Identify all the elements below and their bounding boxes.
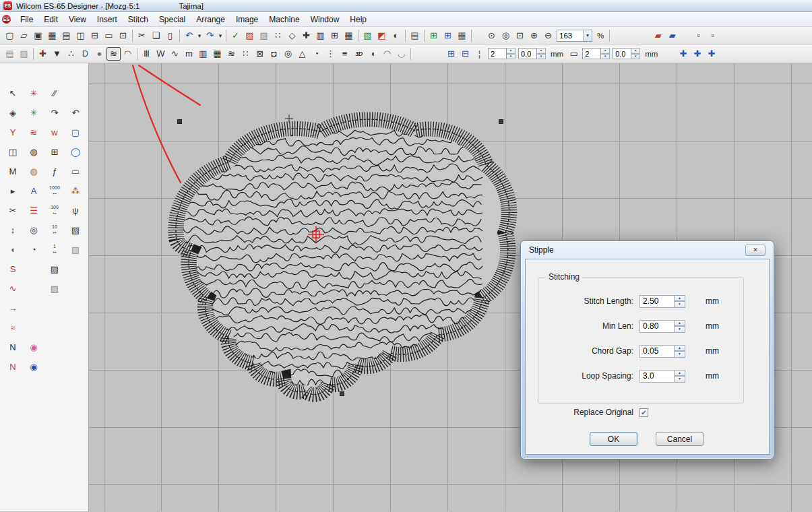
wave-fill-icon[interactable]: ≋ bbox=[224, 47, 239, 61]
stitch-length-down[interactable]: ▼ bbox=[675, 301, 685, 308]
grid-spacing-spinner-up[interactable]: ▲ bbox=[507, 48, 516, 54]
zoom-level-combo-input[interactable] bbox=[557, 32, 583, 40]
zoom-out-icon[interactable]: ⊖ bbox=[541, 29, 555, 42]
guide-spacing-spinner-down[interactable]: ▼ bbox=[601, 54, 610, 60]
applique-icon[interactable]: ◘ bbox=[267, 47, 281, 61]
pan-icon[interactable]: ✚ bbox=[676, 47, 690, 61]
team-names-tool[interactable]: ☰ bbox=[26, 202, 42, 218]
guide-offset-spinner-input[interactable] bbox=[613, 48, 631, 59]
write-to-card-icon[interactable]: ⊡ bbox=[116, 29, 130, 42]
pattern-fill-icon[interactable]: ▦ bbox=[210, 47, 224, 61]
save-design-icon[interactable]: ▣ bbox=[31, 29, 45, 42]
menu-view[interactable]: View bbox=[63, 13, 92, 26]
contour-fill-icon[interactable]: ◎ bbox=[281, 47, 295, 61]
menu-arrange[interactable]: Arrange bbox=[191, 13, 230, 26]
square-shape-tool[interactable]: ▢ bbox=[67, 124, 84, 140]
motif-run-icon[interactable]: m bbox=[182, 47, 196, 61]
menu-insert[interactable]: Insert bbox=[92, 13, 123, 26]
show-grid-icon[interactable]: ⊞ bbox=[444, 47, 458, 61]
new-design-icon[interactable]: ▢ bbox=[3, 29, 17, 42]
undo-icon[interactable]: ↶ bbox=[182, 29, 196, 42]
run-n-tool[interactable]: N bbox=[5, 339, 21, 355]
redo-dropdown-icon[interactable]: ▾ bbox=[217, 29, 224, 42]
star-fill-icon[interactable]: △ bbox=[295, 47, 309, 61]
ruler-icon[interactable]: ▭ bbox=[567, 47, 581, 61]
dot-run-icon[interactable]: ● bbox=[92, 47, 106, 61]
grid-offset-x-spinner-up[interactable]: ▲ bbox=[537, 48, 546, 54]
travel-1-tool[interactable]: 1↔ bbox=[46, 241, 63, 257]
backdrop-hide-icon[interactable]: ▨ bbox=[17, 47, 31, 61]
stipple-run-icon[interactable]: ≋ bbox=[106, 47, 121, 61]
pattern-a-tool[interactable]: ▨ bbox=[46, 261, 63, 277]
fork-tool[interactable]: ψ bbox=[67, 202, 84, 218]
red-hatch-icon[interactable]: ▨ bbox=[243, 29, 257, 42]
outline-lines-icon[interactable]: ≡ bbox=[338, 47, 352, 61]
gray-hatch-icon[interactable]: ▨ bbox=[257, 29, 271, 42]
loop-spacing-input[interactable] bbox=[639, 370, 675, 383]
penetration-icon[interactable]: ▼ bbox=[50, 47, 64, 61]
menu-help[interactable]: Help bbox=[344, 13, 372, 26]
loop-spacing-up[interactable]: ▲ bbox=[675, 370, 685, 377]
travel-100-tool[interactable]: 100↔ bbox=[46, 202, 63, 218]
stitch-direction-tool[interactable]: ↕ bbox=[5, 222, 21, 238]
fur-stitch-tool[interactable]: ◍ bbox=[26, 143, 42, 160]
menu-window[interactable]: Window bbox=[305, 13, 345, 26]
min-len-input[interactable] bbox=[639, 320, 675, 333]
zigzag-stitch-icon[interactable]: W bbox=[154, 47, 168, 61]
dot-fill-icon[interactable]: ∷ bbox=[271, 29, 285, 42]
stitch-bars-icon[interactable]: ▥ bbox=[313, 29, 327, 42]
color-table-icon[interactable]: ⊞ bbox=[441, 29, 455, 42]
cut-object-tool[interactable]: ✂ bbox=[5, 202, 21, 218]
spray-tool[interactable]: ⁂ bbox=[67, 183, 84, 199]
cancel-button[interactable]: Cancel bbox=[656, 432, 704, 446]
mirror-merge-tool[interactable]: M bbox=[5, 163, 21, 179]
replace-original-checkbox[interactable]: ✔ bbox=[639, 408, 648, 417]
pattern-b-tool[interactable]: ▨ bbox=[46, 280, 63, 296]
chord-gap-input[interactable] bbox=[639, 345, 675, 358]
document-logo-icon[interactable]: ES bbox=[2, 15, 11, 24]
overview-table-icon[interactable]: ⊞ bbox=[427, 29, 441, 42]
menu-stitch[interactable]: Stitch bbox=[123, 13, 154, 26]
redo-icon[interactable]: ↷ bbox=[203, 29, 217, 42]
tatami-fill-icon[interactable]: ▥ bbox=[196, 47, 210, 61]
chord-gap-up[interactable]: ▲ bbox=[675, 345, 685, 352]
open-design-icon[interactable]: ▱ bbox=[17, 29, 31, 42]
jump-n-tool[interactable]: N bbox=[5, 358, 21, 375]
cut-icon[interactable]: ✂ bbox=[135, 29, 149, 42]
curve-top-icon[interactable]: ◠ bbox=[380, 47, 394, 61]
ripple-fill-icon[interactable]: ◔ bbox=[309, 47, 323, 61]
insert-object-icon[interactable]: ▫ bbox=[691, 29, 706, 42]
flower-outline-tool[interactable]: ✳ bbox=[26, 104, 42, 121]
copy-icon[interactable]: ❏ bbox=[149, 29, 163, 42]
selection-handle-bottom-center[interactable] bbox=[340, 391, 344, 396]
freehand-tool[interactable]: ƒ bbox=[46, 163, 63, 179]
jump-run-tool[interactable]: → bbox=[5, 300, 21, 316]
thread-colors-icon[interactable]: ▰ bbox=[651, 29, 665, 42]
s-curve-run-tool[interactable]: S bbox=[5, 261, 21, 277]
travel-10-tool[interactable]: 10↔ bbox=[46, 222, 63, 238]
chord-gap-down[interactable]: ▼ bbox=[675, 351, 685, 358]
print-icon[interactable]: ▤ bbox=[59, 29, 73, 42]
satin-stitch-icon[interactable]: Ⅲ bbox=[139, 47, 154, 61]
cross-stitch-icon[interactable]: ⊠ bbox=[253, 47, 267, 61]
rect-shape-tool[interactable]: ▭ bbox=[67, 163, 84, 179]
zigzag-run-tool[interactable]: ∿ bbox=[5, 280, 21, 296]
selection-handle-top-left[interactable] bbox=[177, 119, 182, 124]
export-machine-file-icon[interactable]: ⊟ bbox=[88, 29, 102, 42]
lettering-tool[interactable]: A bbox=[26, 183, 42, 199]
min-len-down[interactable]: ▼ bbox=[675, 326, 685, 333]
outline-design-icon[interactable]: ◠ bbox=[121, 47, 135, 61]
send-email-icon[interactable]: ▭ bbox=[102, 29, 116, 42]
center-design-icon[interactable]: ✚ bbox=[704, 47, 718, 61]
crosshair-icon[interactable]: ✚ bbox=[299, 29, 313, 42]
menu-file[interactable]: File bbox=[15, 13, 38, 26]
travel-1000-tool[interactable]: 1000↔ bbox=[46, 183, 63, 199]
undo-dropdown-icon[interactable]: ▾ bbox=[196, 29, 203, 42]
select-tool[interactable]: ↖ bbox=[5, 85, 21, 101]
selection-handle-top-right[interactable] bbox=[499, 119, 503, 124]
kiosk-tool[interactable]: ◎ bbox=[26, 222, 42, 238]
pink-target-tool[interactable]: ◉ bbox=[26, 339, 42, 355]
fan-stitch-tool[interactable]: ◖ bbox=[5, 241, 21, 257]
loop-spacing-down[interactable]: ▼ bbox=[675, 376, 685, 383]
reshape-tool[interactable]: ◈ bbox=[5, 104, 21, 121]
